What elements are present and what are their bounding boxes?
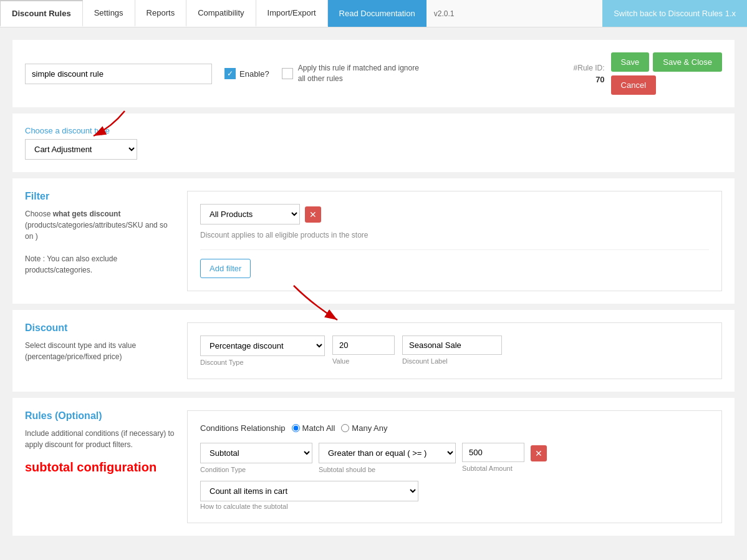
tab-discount-rules-label: Discount Rules [12, 9, 71, 18]
rules-desc: Include additional conditions (if necess… [25, 428, 175, 450]
tab-import-export[interactable]: Import/Export [256, 0, 328, 27]
discount-type-input-label: Discount Type [200, 359, 325, 366]
main-content: ✓ Enable? Apply this rule if matched and… [0, 27, 747, 554]
calc-label: How to calculate the subtotal [200, 503, 709, 510]
filter-layout: Filter Choose what gets discount (produc… [25, 191, 722, 291]
discount-label-wrapper: Discount Label [402, 336, 502, 365]
match-all-radio[interactable] [292, 424, 300, 432]
many-any-radio[interactable] [341, 424, 349, 432]
discount-type-select[interactable]: Cart Adjustment [25, 139, 137, 160]
save-close-button[interactable]: Save & Close [653, 52, 722, 72]
save-button[interactable]: Save [611, 52, 650, 72]
operator-select[interactable]: Greater than or equal ( >= ) [319, 443, 456, 463]
rule-name-row: ✓ Enable? Apply this rule if matched and… [12, 40, 735, 107]
version-label: v2.0.1 [427, 0, 462, 27]
many-any-label: Many Any [352, 423, 387, 433]
amount-col: Subtotal Amount [462, 443, 524, 472]
filter-info-text: Discount applies to all eligible product… [200, 231, 709, 239]
discount-label-input-label: Discount Label [402, 357, 502, 365]
amount-label: Subtotal Amount [462, 465, 524, 472]
calc-row: Count all items in cart How to calculate… [200, 481, 709, 510]
rules-layout: Rules (Optional) Include additional cond… [25, 410, 722, 523]
remove-col: ✕ [531, 443, 547, 461]
tab-discount-rules[interactable]: Discount Rules [0, 0, 83, 27]
amount-input[interactable] [462, 443, 524, 462]
discount-type-row: Choose a discount type Cart Adjustment [12, 113, 735, 172]
discount-title: Discount [25, 322, 175, 334]
discount-left: Discount Select discount type and its va… [25, 322, 175, 379]
rules-title: Rules (Optional) [25, 410, 175, 422]
filter-product-select[interactable]: All Products [200, 204, 300, 224]
rules-right: Conditions Relationship Match All Many A… [187, 410, 722, 523]
enable-label: Enable? [239, 69, 269, 79]
action-buttons: Save Save & Close Cancel [611, 52, 722, 95]
filter-right: All Products ✕ Discount applies to all e… [187, 191, 722, 291]
condition-type-select[interactable]: Subtotal [200, 443, 312, 463]
tab-reports[interactable]: Reports [135, 0, 187, 27]
discount-type-label: Choose a discount type [25, 126, 722, 135]
filter-desc: Choose what gets discount (products/cate… [25, 208, 175, 276]
rule-row: Subtotal Condition Type Greater than or … [200, 443, 709, 473]
rule-id-section: #Rule ID: 70 [574, 64, 605, 84]
discount-type-wrapper: Percentage discount Discount Type [200, 336, 325, 366]
many-any-option[interactable]: Many Any [341, 423, 387, 433]
enable-section: ✓ Enable? [224, 68, 269, 79]
enable-checkbox[interactable]: ✓ [224, 68, 236, 79]
calc-select[interactable]: Count all items in cart [200, 481, 418, 501]
conditions-relationship-label: Conditions Relationship [200, 423, 286, 433]
conditions-relationship: Conditions Relationship Match All Many A… [200, 423, 709, 433]
discount-value-input[interactable] [332, 336, 395, 355]
subtotal-config-text: subtotal configuration [25, 460, 175, 475]
filter-top: All Products ✕ [200, 204, 709, 224]
rules-section: Rules (Optional) Include additional cond… [12, 398, 735, 536]
condition-type-label: Condition Type [200, 466, 312, 473]
tab-settings[interactable]: Settings [83, 0, 135, 27]
apply-rule-checkbox[interactable] [282, 68, 293, 79]
operator-col: Greater than or equal ( >= ) Subtotal sh… [319, 443, 456, 473]
discount-label-input[interactable] [402, 336, 502, 355]
apply-rule-label: Apply this rule if matched and ignore al… [298, 63, 423, 84]
top-nav: Discount Rules Settings Reports Compatib… [0, 0, 747, 27]
filter-title: Filter [25, 191, 175, 202]
discount-type-dropdown[interactable]: Percentage discount [200, 336, 325, 356]
tab-reports-label: Reports [147, 8, 175, 17]
apply-rule-section: Apply this rule if matched and ignore al… [282, 63, 561, 84]
tab-compatibility[interactable]: Compatibility [186, 0, 256, 27]
tab-import-export-label: Import/Export [267, 8, 316, 17]
discount-right: Percentage discount Discount Type Value … [187, 322, 722, 379]
arrow-annotation [75, 105, 150, 142]
rule-name-input[interactable] [25, 64, 212, 84]
read-docs-label: Read Documentation [339, 9, 415, 18]
filter-remove-button[interactable]: ✕ [305, 206, 321, 223]
rule-id-value: 70 [595, 75, 604, 84]
discount-desc: Select discount type and its value (perc… [25, 340, 175, 362]
discount-layout: Discount Select discount type and its va… [25, 322, 722, 379]
discount-value-wrapper: Value [332, 336, 395, 365]
cancel-button[interactable]: Cancel [611, 75, 656, 95]
read-docs-tab[interactable]: Read Documentation [328, 0, 427, 27]
tab-compatibility-label: Compatibility [198, 8, 244, 17]
discount-inputs: Percentage discount Discount Type Value … [200, 336, 709, 366]
rule-id-label: #Rule ID: [574, 64, 605, 72]
filter-left: Filter Choose what gets discount (produc… [25, 191, 175, 291]
add-filter-button[interactable]: Add filter [200, 259, 251, 278]
condition-type-col: Subtotal Condition Type [200, 443, 312, 473]
discount-value-label: Value [332, 357, 395, 365]
rule-remove-button[interactable]: ✕ [531, 445, 547, 461]
filter-section: Filter Choose what gets discount (produc… [12, 178, 735, 304]
rules-left: Rules (Optional) Include additional cond… [25, 410, 175, 523]
filter-note: Note : You can also exclude products/cat… [25, 254, 117, 274]
tab-settings-label: Settings [94, 8, 123, 17]
match-all-label: Match All [302, 423, 335, 433]
switch-back-button[interactable]: Switch back to Discount Rules 1.x [602, 0, 747, 27]
discount-section: Discount Select discount type and its va… [12, 310, 735, 392]
match-all-option[interactable]: Match All [292, 423, 335, 433]
operator-label: Subtotal should be [319, 466, 456, 473]
